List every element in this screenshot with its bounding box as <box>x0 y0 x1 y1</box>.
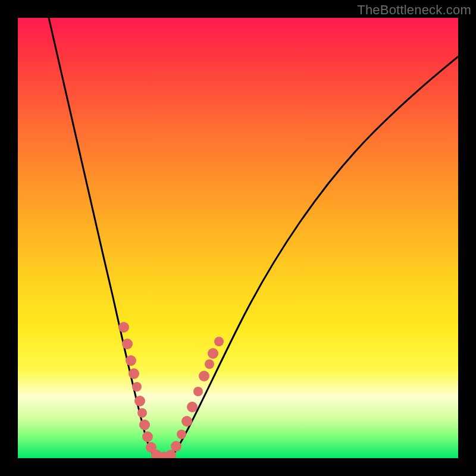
sample-dot <box>208 348 218 359</box>
watermark-text: TheBottleneck.com <box>357 2 471 18</box>
sample-dot <box>205 359 214 369</box>
sample-dot <box>193 387 203 396</box>
chart-frame: TheBottleneck.com <box>0 0 476 476</box>
sample-dot <box>214 337 224 346</box>
sample-dot <box>137 408 147 418</box>
bottleneck-curve-right <box>171 57 458 457</box>
sample-dot <box>129 368 139 379</box>
plot-background <box>18 18 458 458</box>
sample-dot <box>142 431 153 442</box>
sample-dot <box>171 441 181 452</box>
sample-dot <box>199 371 209 381</box>
sample-dot <box>134 396 145 406</box>
sample-dot <box>118 322 129 333</box>
sample-dot <box>122 339 133 349</box>
sample-dot <box>187 402 198 412</box>
chart-svg <box>18 18 458 458</box>
sample-dot <box>132 382 142 392</box>
sample-dot <box>181 416 192 427</box>
sample-dot <box>177 430 186 439</box>
sample-dot <box>126 355 136 366</box>
sample-dot <box>139 419 150 430</box>
bottleneck-curve-left <box>49 18 156 457</box>
